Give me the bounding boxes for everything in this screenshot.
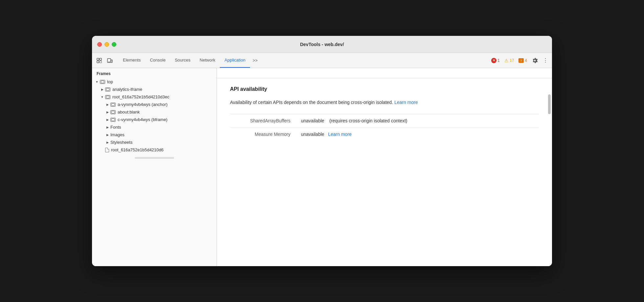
frame-icon-anchor <box>110 103 116 107</box>
title-bar: DevTools - web.dev/ <box>92 36 552 53</box>
api-availability-title: API availability <box>230 86 539 92</box>
content-divider <box>217 78 552 78</box>
frame-icon-about-blank <box>110 110 116 114</box>
info-icon: ! <box>518 58 524 63</box>
frame-icon-top <box>100 80 105 84</box>
tree-item-fonts[interactable]: Fonts <box>92 123 217 131</box>
svg-rect-3 <box>100 61 102 63</box>
info-badge[interactable]: ! 4 <box>517 58 528 63</box>
sidebar-section-header: Frames <box>92 68 217 78</box>
warning-badge[interactable]: ⚠ 17 <box>503 57 515 64</box>
toolbar-right: ✕ 1 ⚠ 17 ! 4 ⋮ <box>490 56 549 65</box>
main-content: Frames top analytics-iframe root_616a752… <box>92 68 552 266</box>
expand-arrow-anchor <box>105 102 110 107</box>
tab-elements[interactable]: Elements <box>118 53 145 68</box>
expand-arrow-analytics <box>100 87 104 92</box>
tree-item-anchor[interactable]: a-vynmy4vb4wys (anchor) <box>92 101 217 108</box>
more-options-button[interactable]: ⋮ <box>541 56 549 65</box>
table-row-measure-memory: Measure Memory unavailable Learn more <box>230 128 539 141</box>
tree-item-about-blank[interactable]: about:blank <box>92 108 217 116</box>
select-element-button[interactable] <box>95 56 104 65</box>
tab-sources[interactable]: Sources <box>170 53 195 68</box>
device-toolbar-button[interactable] <box>105 56 114 65</box>
learn-more-link-2[interactable]: Learn more <box>328 132 352 137</box>
close-button[interactable] <box>97 42 102 47</box>
expand-arrow-top <box>95 80 99 84</box>
content-scrollbar[interactable] <box>548 94 551 114</box>
tab-console[interactable]: Console <box>145 53 170 68</box>
tree-item-top[interactable]: top <box>92 78 217 86</box>
tab-network[interactable]: Network <box>195 53 220 68</box>
error-badge[interactable]: ✕ 1 <box>490 57 501 64</box>
tree-item-root[interactable]: root_616a752e1b5d4210d3ec <box>92 93 217 101</box>
learn-more-link-1[interactable]: Learn more <box>394 100 418 105</box>
tabs: Elements Console Sources Network Applica… <box>118 53 490 68</box>
sidebar: Frames top analytics-iframe root_616a752… <box>92 68 217 266</box>
expand-arrow-root <box>100 95 104 99</box>
window-title: DevTools - web.dev/ <box>300 42 344 47</box>
measure-memory-label: Measure Memory <box>230 128 296 141</box>
expand-arrow-bframe <box>105 117 110 122</box>
doc-icon-root <box>105 148 109 152</box>
devtools-window: DevTools - web.dev/ <box>92 36 552 266</box>
warning-icon: ⚠ <box>504 58 509 63</box>
expand-arrow-fonts <box>105 125 110 130</box>
tree-item-images[interactable]: Images <box>92 131 217 138</box>
svg-rect-0 <box>97 58 99 60</box>
svg-rect-5 <box>111 60 112 63</box>
api-table: SharedArrayBuffers unavailable (requires… <box>230 114 539 141</box>
tab-application[interactable]: Application <box>220 53 250 68</box>
frame-icon-root <box>105 95 110 99</box>
shared-array-buffers-value: unavailable (requires cross-origin isola… <box>296 114 539 128</box>
minimize-button[interactable] <box>104 42 109 47</box>
svg-rect-2 <box>97 61 99 63</box>
tree-item-analytics[interactable]: analytics-iframe <box>92 86 217 93</box>
frame-icon-analytics <box>105 88 110 91</box>
tree-item-stylesheets[interactable]: Stylesheets <box>92 138 217 146</box>
toolbar-icons <box>95 56 118 65</box>
tab-more-button[interactable]: >> <box>250 53 260 68</box>
toolbar: Elements Console Sources Network Applica… <box>92 53 552 68</box>
shared-array-buffers-label: SharedArrayBuffers <box>230 114 296 128</box>
table-row-shared-array: SharedArrayBuffers unavailable (requires… <box>230 114 539 128</box>
svg-rect-1 <box>100 58 102 60</box>
sidebar-scroll-indicator[interactable] <box>135 157 174 159</box>
maximize-button[interactable] <box>112 42 116 47</box>
expand-arrow-images <box>105 133 110 137</box>
error-icon: ✕ <box>491 58 496 63</box>
api-description: Availability of certain APIs depends on … <box>230 99 539 106</box>
content-area: API availability Availability of certain… <box>217 68 552 266</box>
traffic-lights <box>97 42 116 47</box>
expand-arrow-stylesheets <box>105 140 110 145</box>
tree-item-root-doc[interactable]: root_616a752e1b5d4210d6 <box>92 146 217 154</box>
tree-item-bframe[interactable]: c-vynmy4vb4wys (bframe) <box>92 116 217 123</box>
frame-icon-bframe <box>110 118 116 122</box>
measure-memory-value: unavailable Learn more <box>296 128 539 141</box>
settings-button[interactable] <box>530 56 540 65</box>
expand-arrow-about-blank <box>105 110 110 114</box>
